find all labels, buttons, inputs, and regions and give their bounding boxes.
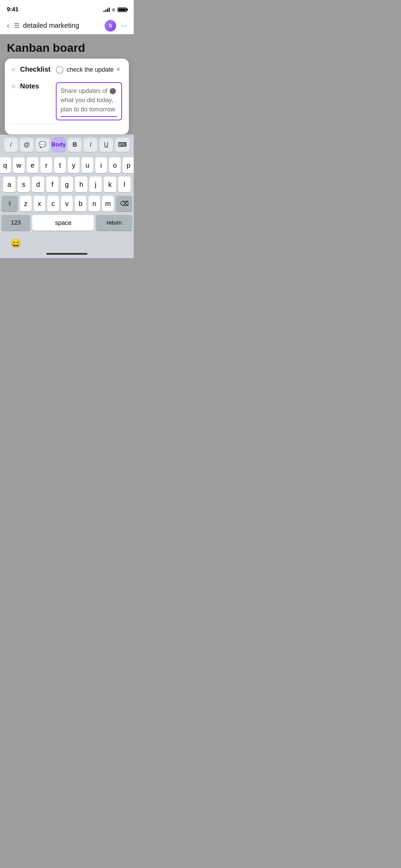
modal-divider [12, 124, 122, 124]
key-z[interactable]: z [20, 196, 32, 212]
key-o[interactable]: o [109, 157, 121, 173]
background-content: Kanban board [0, 34, 134, 55]
checklist-label: Checklist [20, 65, 51, 73]
at-button[interactable]: @ [20, 137, 34, 152]
bottom-bar: 😄 [0, 236, 134, 251]
key-y[interactable]: y [68, 157, 80, 173]
key-n[interactable]: n [88, 196, 100, 212]
key-l[interactable]: l [118, 177, 131, 192]
key-e[interactable]: e [27, 157, 38, 173]
keyboard-hide-button[interactable]: ⌨ [115, 137, 130, 152]
key-a[interactable]: a [3, 177, 15, 192]
key-j[interactable]: j [89, 177, 102, 192]
notes-input-container[interactable]: Share updates of what you did today, pla… [56, 82, 122, 120]
status-time: 9:41 [7, 6, 19, 13]
notes-section: ≡ Notes Share updates of what you did to… [12, 82, 122, 120]
checklist-section: ≡ Checklist check the update [12, 65, 122, 74]
document-icon: ☰ [14, 22, 20, 29]
key-m[interactable]: m [102, 196, 114, 212]
keyboard-row-1: q w e r t y u i o p [1, 157, 132, 173]
underline-button[interactable]: U [99, 137, 113, 152]
space-key[interactable]: space [32, 215, 94, 231]
backspace-key[interactable]: ⌫ [116, 196, 132, 212]
key-u[interactable]: u [82, 157, 93, 173]
wifi-icon: ⊜ [112, 7, 116, 12]
home-indicator [0, 251, 134, 258]
key-v[interactable]: v [61, 196, 73, 212]
status-icons: ⊜ [104, 7, 127, 12]
home-bar [46, 253, 87, 255]
page-title: detailed marketing [23, 22, 101, 29]
key-h[interactable]: h [75, 177, 87, 192]
key-b[interactable]: b [75, 196, 86, 212]
key-q[interactable]: q [0, 157, 11, 173]
notes-text: Share updates of what you did today, pla… [61, 86, 117, 114]
numbers-key[interactable]: 123 [1, 215, 30, 231]
keyboard-toolbar: / @ 💬 Body B I U ⌨ [0, 134, 134, 155]
key-s[interactable]: s [17, 177, 30, 192]
comment-icon: 💬 [39, 141, 46, 148]
avatar[interactable]: S [105, 20, 116, 32]
key-w[interactable]: w [13, 157, 25, 173]
signal-icon [104, 7, 110, 12]
notes-underline [61, 116, 117, 117]
close-button[interactable]: × [113, 64, 123, 74]
body-button[interactable]: Body [51, 137, 66, 152]
italic-button[interactable]: I [84, 137, 97, 152]
status-bar: 9:41 ⊜ [0, 0, 134, 17]
key-d[interactable]: d [32, 177, 44, 192]
key-i[interactable]: i [95, 157, 107, 173]
bold-button[interactable]: B [68, 137, 82, 152]
key-t[interactable]: t [54, 157, 66, 173]
notes-label: Notes [20, 82, 51, 90]
comment-button[interactable]: 💬 [36, 137, 49, 152]
underline-icon: U [104, 141, 109, 148]
keyboard-row-4: 123 space return [1, 215, 132, 231]
keyboard-row-3: ⇧ z x c v b n m ⌫ [1, 196, 132, 212]
battery-icon [118, 8, 127, 12]
back-button[interactable]: ‹ [5, 20, 11, 32]
checklist-drag-handle[interactable]: ≡ [12, 66, 15, 73]
modal-dialog: × ≡ Checklist check the update ≡ Notes S… [5, 59, 129, 134]
slash-button[interactable]: / [4, 137, 18, 152]
key-g[interactable]: g [61, 177, 73, 192]
key-p[interactable]: p [123, 157, 134, 173]
modal-overlay: × ≡ Checklist check the update ≡ Notes S… [0, 55, 134, 134]
cursor-indicator [109, 87, 116, 94]
shift-key[interactable]: ⇧ [1, 196, 18, 212]
key-f[interactable]: f [46, 177, 59, 192]
keyboard: q w e r t y u i o p a s d f g h j k l ⇧ … [0, 155, 134, 236]
emoji-button[interactable]: 😄 [10, 238, 21, 249]
key-c[interactable]: c [47, 196, 59, 212]
checklist-item: check the update [56, 65, 114, 74]
key-r[interactable]: r [40, 157, 52, 173]
checkbox[interactable] [56, 66, 63, 74]
checklist-item-text: check the update [67, 65, 114, 74]
nav-bar: ‹ ☰ detailed marketing S ··· [0, 17, 134, 34]
more-button[interactable]: ··· [120, 20, 128, 31]
keyboard-icon: ⌨ [118, 141, 127, 148]
keyboard-row-2: a s d f g h j k l [1, 177, 132, 192]
notes-drag-handle[interactable]: ≡ [12, 83, 15, 90]
kanban-title: Kanban board [7, 41, 127, 55]
key-x[interactable]: x [34, 196, 45, 212]
return-key[interactable]: return [96, 215, 132, 231]
key-k[interactable]: k [104, 177, 116, 192]
